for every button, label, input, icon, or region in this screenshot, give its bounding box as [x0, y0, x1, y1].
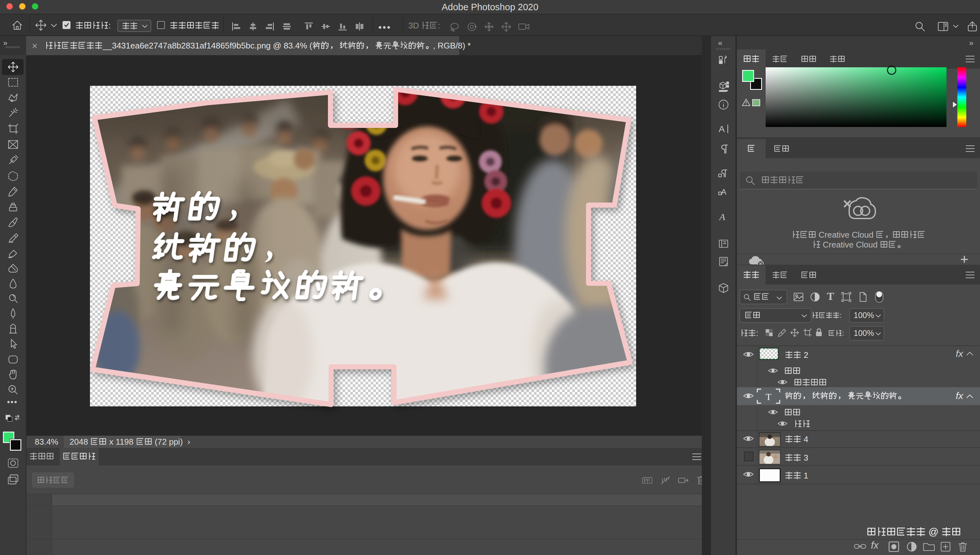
svg-text:A: A: [719, 212, 725, 222]
svg-text:T: T: [766, 391, 771, 402]
svg-text:A: A: [721, 188, 727, 196]
svg-text:A: A: [719, 124, 725, 134]
